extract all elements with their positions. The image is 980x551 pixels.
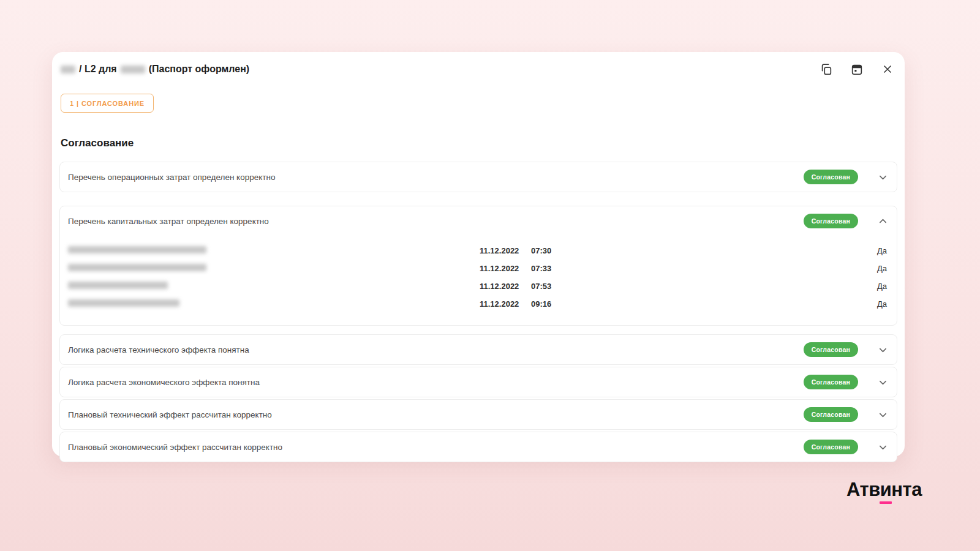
approval-row-header[interactable]: Логика расчета экономического эффекта по… xyxy=(60,367,897,397)
approval-time: 07:33 xyxy=(531,264,551,273)
status-badge: Согласован xyxy=(804,440,858,454)
approvers-list: 11.12.2022 07:30 Да 11.12.2022 07:33 Да … xyxy=(60,242,897,313)
header-actions xyxy=(819,62,895,77)
approval-date: 11.12.2022 xyxy=(480,282,531,291)
approval-answer: Да xyxy=(551,246,887,255)
chevron-down-icon[interactable] xyxy=(878,173,888,182)
section-title: Согласование xyxy=(61,137,897,151)
status-badge: Согласован xyxy=(804,214,858,228)
approval-date: 11.12.2022 xyxy=(480,264,531,273)
copy-icon[interactable] xyxy=(819,62,834,77)
approver-row: 11.12.2022 07:53 Да xyxy=(60,277,897,295)
redacted-approver-name xyxy=(68,282,480,291)
approval-date: 11.12.2022 xyxy=(480,299,531,309)
passport-modal: / L2 для (Паспорт оформлен) xyxy=(52,52,905,457)
redacted-title-target xyxy=(121,66,145,73)
approval-time: 07:30 xyxy=(531,246,551,255)
approval-row-label: Перечень капитальных затрат определен ко… xyxy=(68,217,804,226)
approval-row: Логика расчета экономического эффекта по… xyxy=(59,367,897,397)
approval-row-header[interactable]: Плановый экономический эффект рассчитан … xyxy=(60,432,897,462)
approval-row-label: Логика расчета экономического эффекта по… xyxy=(68,378,804,387)
chevron-down-icon[interactable] xyxy=(878,410,888,419)
chevron-down-icon[interactable] xyxy=(878,443,888,452)
approval-row-label: Перечень операционных затрат определен к… xyxy=(68,173,804,182)
approval-row: Перечень операционных затрат определен к… xyxy=(59,162,897,192)
redacted-title-code xyxy=(61,66,75,73)
approval-row-label: Плановый экономический эффект рассчитан … xyxy=(68,443,804,452)
approval-row-header[interactable]: Перечень капитальных затрат определен ко… xyxy=(60,206,897,236)
redacted-approver-name xyxy=(68,246,480,255)
chevron-down-icon[interactable] xyxy=(878,378,888,387)
redacted-approver-name xyxy=(68,299,480,309)
approval-row-label: Логика расчета технического эффекта поня… xyxy=(68,345,804,354)
approver-row: 11.12.2022 07:33 Да xyxy=(60,260,897,277)
chevron-up-icon[interactable] xyxy=(878,217,888,226)
approval-list: Перечень операционных затрат определен к… xyxy=(59,162,897,462)
stage-badge[interactable]: 1 | СОГЛАСОВАНИЕ xyxy=(61,94,154,113)
approval-row-header[interactable]: Перечень операционных затрат определен к… xyxy=(60,162,897,192)
approval-row-expanded: Перечень капитальных затрат определен ко… xyxy=(59,206,897,326)
modal-title-part2: (Паспорт оформлен) xyxy=(149,64,249,75)
status-badge: Согласован xyxy=(804,342,858,357)
atvinta-logo: Атвинта xyxy=(846,479,922,501)
close-icon[interactable] xyxy=(880,62,895,77)
logo-text-part2: нта xyxy=(891,479,922,500)
approval-date: 11.12.2022 xyxy=(480,246,531,255)
logo-text-part1: Атв xyxy=(846,479,880,500)
approver-row: 11.12.2022 07:30 Да xyxy=(60,242,897,260)
chevron-down-icon[interactable] xyxy=(878,345,888,354)
approval-row: Плановый экономический эффект рассчитан … xyxy=(59,432,897,462)
logo-underlined-letter: и xyxy=(880,479,892,501)
status-badge: Согласован xyxy=(804,170,858,184)
approval-row: Плановый технический эффект рассчитан ко… xyxy=(59,399,897,430)
approval-time: 09:16 xyxy=(531,299,551,309)
approval-row-label: Плановый технический эффект рассчитан ко… xyxy=(68,410,804,419)
approval-row-header[interactable]: Логика расчета технического эффекта поня… xyxy=(60,335,897,364)
approval-time: 07:53 xyxy=(531,282,551,291)
calendar-icon[interactable] xyxy=(850,62,864,77)
approval-answer: Да xyxy=(551,282,887,291)
approver-row: 11.12.2022 09:16 Да xyxy=(60,295,897,313)
status-badge: Согласован xyxy=(804,407,858,422)
modal-title-part1: / L2 для xyxy=(79,64,117,75)
approval-answer: Да xyxy=(551,299,887,309)
approval-row-header[interactable]: Плановый технический эффект рассчитан ко… xyxy=(60,400,897,429)
modal-title: / L2 для (Паспорт оформлен) xyxy=(61,64,249,75)
approval-row: Логика расчета технического эффекта поня… xyxy=(59,334,897,365)
modal-header: / L2 для (Паспорт оформлен) xyxy=(59,62,897,77)
approval-answer: Да xyxy=(551,264,887,273)
status-badge: Согласован xyxy=(804,375,858,389)
redacted-approver-name xyxy=(68,264,480,273)
